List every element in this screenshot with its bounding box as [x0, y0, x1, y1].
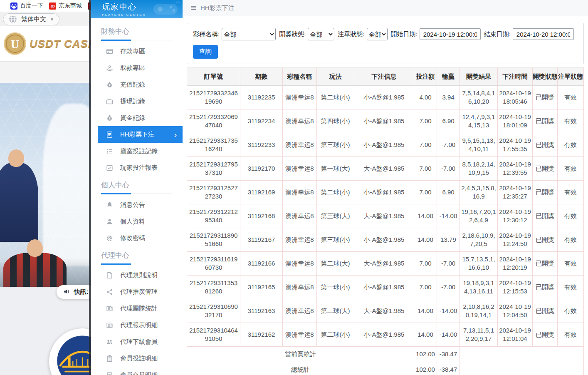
cell-bet-info: 小-A盤@1.985 [354, 228, 414, 252]
col-header-lottery-name: 彩種名稱 [283, 68, 317, 86]
sidebar-item-提現記錄[interactable]: 提現記錄 [91, 93, 183, 109]
order-status-select[interactable]: 全部 [367, 28, 388, 40]
cell-order-no: 2152172931161960730 [187, 252, 240, 276]
start-date-label: 開始日期: [391, 30, 418, 38]
cell-period: 31192234 [240, 109, 283, 133]
sidebar-item-會員投註明細[interactable]: 會員投註明細 [91, 350, 183, 367]
cell-period: 31192165 [240, 276, 283, 299]
page-total-row: 當前頁統計102.00-38.47 [187, 347, 584, 362]
sidebar-item-代理下級會員[interactable]: 代理下級會員 [91, 333, 183, 350]
sidebar-item-玩家投注報表[interactable]: 玩家投注報表 [91, 159, 183, 176]
footer-area [0, 287, 91, 375]
cell-bet-amount: 14.00 [414, 228, 437, 252]
sidebar-item-資金記錄[interactable]: $資金記錄 [91, 109, 183, 126]
language-selector[interactable]: 繁体中文 ▼ [3, 13, 59, 25]
cell-order-status: 有效 [558, 86, 584, 109]
cell-draw-status: 已開獎 [533, 133, 558, 157]
sidebar-item-修改密碼[interactable]: 修改密碼 [91, 230, 183, 246]
cell-bet-time: 2024-10-19 18:05:46 [498, 86, 533, 109]
order-status-filter-label: 注單狀態: [338, 30, 364, 38]
col-header-order-no: 訂單號 [187, 68, 240, 86]
cell-play-type: 第三球(小) [317, 228, 354, 252]
profile-icon [106, 218, 113, 225]
sidebar-item-廳室投註記錄[interactable]: 廳室投註記錄 [91, 143, 183, 159]
sidebar-item-label: 提現記錄 [120, 97, 145, 105]
table-row: 215217293106903217031192163澳洲幸运8第二球(大)大-… [187, 299, 584, 323]
cell-order-no: 2152172933234619690 [187, 86, 240, 109]
sidebar-item-消息公告[interactable]: 消息公告 [91, 196, 183, 213]
sidebar-item-存款專區[interactable]: 存款專區 [91, 43, 183, 60]
col-header-play-type: 玩法 [317, 68, 354, 86]
recharge-bag-icon [106, 81, 113, 88]
cell-bet-amount: 7.00 [414, 109, 437, 133]
site-logo[interactable]: U USDT CASINO [0, 26, 91, 61]
sidebar-item-HH彩票下注[interactable]: HH彩票下注› [98, 126, 183, 143]
sidebar-item-充值記錄[interactable]: 充值記錄 [91, 76, 183, 93]
col-header-bet-info: 下注信息 [354, 68, 414, 86]
sidebar-item-個人資料[interactable]: 個人資料 [91, 213, 183, 230]
sidebar-item-label: 資金記錄 [120, 114, 145, 122]
cell-win-loss: -7.00 [437, 252, 460, 276]
col-header-bet-amount: 投注額 [414, 68, 437, 86]
cell-order-no: 2152172931189051660 [187, 228, 240, 252]
news-ticker[interactable]: 快訊: [57, 285, 91, 299]
bookmark-item[interactable]: JD京东商城 [49, 2, 82, 10]
cell-lottery-name: 澳洲幸运8 [283, 157, 317, 181]
cell-draw-result: 19,16,7,20,12,6,4,9 [460, 204, 498, 228]
cell-period: 31192166 [240, 252, 283, 276]
cell-bet-info: 小-A盤@1.985 [354, 276, 414, 299]
sidebar-item-代理推廣管理[interactable]: 代理推廣管理 [91, 283, 183, 300]
lottery-doc-icon [106, 131, 113, 138]
total-empty [460, 347, 584, 362]
cell-bet-info: 小-A盤@1.985 [354, 109, 414, 133]
sidebar-item-取款專區[interactable]: 取款專區 [91, 60, 183, 76]
cell-bet-time: 2024-10-19 12:39:55 [498, 157, 533, 181]
cell-period: 31192162 [240, 323, 283, 347]
lottery-select[interactable]: 全部 [222, 28, 276, 40]
draw-status-select[interactable]: 全部 [308, 28, 334, 40]
cell-order-status: 有效 [558, 228, 584, 252]
search-button[interactable]: 查詢 [193, 45, 218, 59]
sidebar-menu: 財務中心存款專區取款專區充值記錄提現記錄$資金記錄HH彩票下注›廳室投註記錄玩家… [91, 18, 183, 375]
sidebar-item-代理團隊統計[interactable]: 代理團隊統計 [91, 300, 183, 317]
cell-draw-result: 2,10,8,16,20,19,14,1 [460, 299, 498, 323]
cell-period: 31192170 [240, 157, 283, 181]
sidebar-item-會員交易明細[interactable]: 會員交易明細 [91, 367, 183, 375]
player-figure [43, 104, 91, 266]
col-header-draw-result: 開獎結果 [460, 68, 498, 86]
cell-draw-status: 已開獎 [533, 181, 558, 204]
chevron-down-icon: ▼ [50, 17, 54, 22]
sidebar-item-代理規則說明[interactable]: 代理規則說明 [91, 267, 183, 283]
cell-bet-time: 2024-10-19 12:04:50 [498, 299, 533, 323]
cell-bet-amount: 7.00 [414, 157, 437, 181]
cell-period: 31192163 [240, 299, 283, 323]
cell-bet-time: 2024-10-19 18:01:09 [498, 109, 533, 133]
cell-lottery-name: 澳洲幸运8 [283, 204, 317, 228]
team-stats-icon [106, 305, 113, 312]
cell-draw-status: 已開獎 [533, 228, 558, 252]
grand-total-row: 總統計102.00-38.47 [187, 362, 584, 375]
start-date-input[interactable] [420, 28, 481, 40]
cell-draw-status: 已開獎 [533, 204, 558, 228]
cell-order-status: 有效 [558, 181, 584, 204]
sidebar-item-label: 會員投註明細 [120, 355, 158, 363]
cell-bet-info: 小-A盤@1.985 [354, 181, 414, 204]
sidebar-item-label: 充值記錄 [120, 81, 145, 89]
end-date-input[interactable] [513, 28, 574, 40]
bell-icon [106, 201, 113, 209]
cell-play-type: 第二球(小) [317, 86, 354, 109]
sidebar-item-代理報表明細[interactable]: 代理報表明細 [91, 317, 183, 333]
table-row: 215217293118905166031192167澳洲幸运8第三球(小)小-… [187, 228, 584, 252]
hamburger-icon[interactable] [190, 5, 197, 11]
svg-text:U: U [11, 37, 20, 51]
cell-bet-info: 小-A盤@1.985 [354, 323, 414, 347]
section-title: 個人中心 [91, 176, 183, 194]
cell-play-type: 第三球(大) [317, 204, 354, 228]
report-chart-icon [106, 164, 113, 171]
cell-lottery-name: 澳洲幸运8 [283, 228, 317, 252]
table-row: 215217293317351624031192233澳洲幸运8第三球(小)小-… [187, 133, 584, 157]
bookmark-item[interactable]: 百度一下 [10, 2, 43, 10]
section-title: 代理中心 [91, 246, 183, 264]
ticker-label: 快訊: [74, 288, 89, 296]
section-underline [101, 194, 172, 194]
